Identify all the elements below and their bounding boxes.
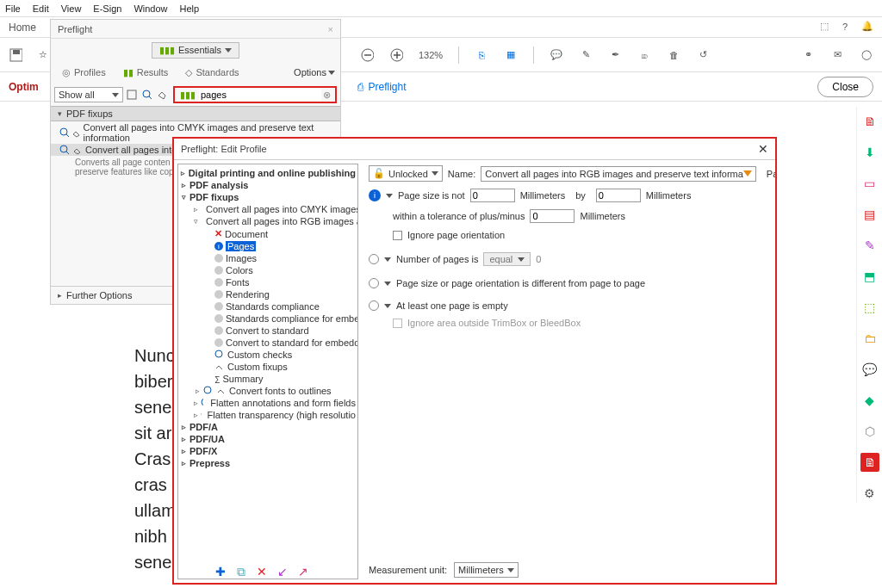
comment-icon[interactable]: 💬 xyxy=(550,48,563,62)
menu-edit[interactable]: Edit xyxy=(33,3,49,14)
bell-icon[interactable]: 🔔 xyxy=(861,21,873,32)
highlight-icon[interactable]: ✎ xyxy=(579,48,593,62)
tree-group[interactable]: ▹Prepress xyxy=(180,457,356,469)
zoom-in-icon[interactable] xyxy=(389,48,403,62)
bookmark-icon[interactable]: ⎘ xyxy=(475,48,488,62)
export-icon[interactable]: ↗ xyxy=(295,564,311,579)
tree-group[interactable]: ▹PDF analysis xyxy=(180,179,356,191)
undo-icon[interactable]: ↺ xyxy=(696,48,710,62)
page-layout-icon[interactable]: ▦ xyxy=(504,48,518,62)
chevron-down-icon[interactable] xyxy=(384,282,391,286)
tab-results[interactable]: ▮▮ Results xyxy=(117,65,175,81)
ignore-orientation-checkbox[interactable] xyxy=(393,231,402,240)
save-icon[interactable] xyxy=(9,48,22,62)
fixups-section-header[interactable]: ▾ PDF fixups xyxy=(51,106,340,121)
tree-group[interactable]: ▿PDF fixups xyxy=(180,191,356,203)
menu-help[interactable]: Help xyxy=(180,3,200,14)
showall-dropdown[interactable]: Show all xyxy=(54,87,123,102)
chevron-down-icon[interactable] xyxy=(384,257,391,262)
account-icon[interactable]: ◯ xyxy=(860,48,873,62)
duplicate-icon[interactable]: ⧉ xyxy=(233,564,249,579)
filter-profile-icon[interactable] xyxy=(125,85,139,104)
rail-more-icon[interactable]: 💬 xyxy=(860,360,879,379)
rail-comment-icon[interactable]: ▤ xyxy=(860,205,879,224)
link-icon[interactable]: ⚭ xyxy=(801,48,815,62)
menu-esign[interactable]: E-Sign xyxy=(93,3,121,14)
tree-leaf[interactable]: Custom fixups xyxy=(180,361,356,373)
tab-standards[interactable]: ◇ Standards xyxy=(179,65,245,81)
rail-organize-icon[interactable]: ⬒ xyxy=(860,267,879,286)
tree-leaf-selected[interactable]: iPages xyxy=(180,240,356,252)
tree-group[interactable]: ▹Digital printing and online publishing xyxy=(180,167,356,179)
tree-group[interactable]: ▹PDF/A xyxy=(180,421,356,433)
menu-view[interactable]: View xyxy=(61,3,82,14)
import-icon[interactable]: ↙ xyxy=(275,564,290,579)
tree-leaf[interactable]: ∑Summary xyxy=(180,373,356,385)
rail-preflight-icon[interactable]: 🗎 xyxy=(860,453,879,472)
comparator-dropdown[interactable]: equal xyxy=(483,252,531,266)
stamp-icon[interactable]: ⎄ xyxy=(637,48,651,62)
options-dropdown[interactable]: Options xyxy=(294,67,335,77)
rail-shield-icon[interactable]: ⬡ xyxy=(860,422,879,441)
dialog-close-icon[interactable]: ✕ xyxy=(758,142,768,156)
sign-icon[interactable]: ✒ xyxy=(608,48,622,62)
tab-profiles[interactable]: ◎ Profiles xyxy=(56,65,112,81)
chevron-down-icon[interactable] xyxy=(384,304,391,308)
width-input[interactable] xyxy=(470,189,515,202)
mail-icon[interactable]: ✉ xyxy=(830,48,844,62)
tree-leaf[interactable]: Images xyxy=(180,252,356,264)
star-icon[interactable]: ☆ xyxy=(36,48,50,62)
tree-leaf[interactable]: Custom checks xyxy=(180,349,356,361)
rail-sign-icon[interactable]: ✎ xyxy=(860,236,879,255)
filter-fixup-icon[interactable] xyxy=(156,85,170,104)
rail-settings-icon[interactable]: ⚙ xyxy=(860,484,879,503)
rail-scan-icon[interactable]: ⬚ xyxy=(860,298,879,317)
tree-leaf[interactable]: Fonts xyxy=(180,276,356,288)
tree-node[interactable]: ▿Convert all pages into RGB images a xyxy=(180,215,356,227)
tree-leaf[interactable]: Standards compliance for embedde xyxy=(180,313,356,325)
search-input[interactable] xyxy=(199,89,321,101)
severity-radio[interactable] xyxy=(369,300,379,311)
menu-window[interactable]: Window xyxy=(134,3,167,14)
measurement-unit-dropdown[interactable]: Millimeters xyxy=(454,562,519,578)
severity-radio[interactable] xyxy=(369,278,379,288)
essentials-dropdown[interactable]: ▮▮▮ Essentials xyxy=(152,42,239,59)
help-icon[interactable]: ? xyxy=(842,22,848,32)
rail-create-pdf-icon[interactable]: 🗎 xyxy=(860,112,879,131)
close-button[interactable]: Close xyxy=(817,77,873,97)
tolerance-input[interactable] xyxy=(530,209,575,223)
tree-leaf[interactable]: Convert to standard for embedded xyxy=(180,337,356,349)
severity-radio[interactable] xyxy=(369,254,379,264)
rail-tool-a-icon[interactable]: ◆ xyxy=(860,391,879,410)
tab-home[interactable]: Home xyxy=(9,22,36,34)
tree-node[interactable]: ▹Convert all pages into CMYK images xyxy=(180,203,356,215)
tree-node[interactable]: ▹Convert fonts to outlines xyxy=(180,385,356,397)
delete-icon[interactable]: ✕ xyxy=(254,564,270,579)
clear-search-icon[interactable]: ⊗ xyxy=(321,90,333,101)
menu-file[interactable]: File xyxy=(5,3,21,14)
tree-leaf[interactable]: Colors xyxy=(180,264,356,276)
info-icon[interactable]: i xyxy=(369,189,381,201)
zoom-out-icon[interactable] xyxy=(360,48,374,62)
chevron-down-icon[interactable] xyxy=(386,194,393,198)
height-input[interactable] xyxy=(596,189,641,202)
megaphone-icon[interactable]: ⬚ xyxy=(820,21,829,32)
lock-dropdown[interactable]: 🔓 Unlocked xyxy=(369,165,443,182)
tree-leaf[interactable]: ✕Document xyxy=(180,227,356,240)
zoom-value[interactable]: 132% xyxy=(419,50,443,60)
tree-node[interactable]: ▹Flatten annotations and form fields xyxy=(180,397,356,409)
rail-edit-icon[interactable]: ▭ xyxy=(860,174,879,193)
filter-check-icon[interactable] xyxy=(140,85,154,104)
preflight-panel-close-icon[interactable]: × xyxy=(328,24,333,34)
tree-group[interactable]: ▹PDF/UA xyxy=(180,433,356,445)
ignore-area-checkbox[interactable] xyxy=(393,319,402,328)
tree-leaf[interactable]: Rendering xyxy=(180,288,356,300)
tree-node[interactable]: ▹Flatten transparency (high resolutio xyxy=(180,409,356,421)
add-icon[interactable]: ✚ xyxy=(213,564,228,579)
tree-leaf[interactable]: Convert to standard xyxy=(180,325,356,337)
tree-leaf[interactable]: Standards compliance xyxy=(180,300,356,313)
name-input[interactable]: Convert all pages into RGB images and pr… xyxy=(481,166,756,182)
rail-export-icon[interactable]: ⬇ xyxy=(860,143,879,162)
tree-group[interactable]: ▹PDF/X xyxy=(180,445,356,457)
sub-preflight[interactable]: ⎙ Preflight xyxy=(357,81,407,93)
